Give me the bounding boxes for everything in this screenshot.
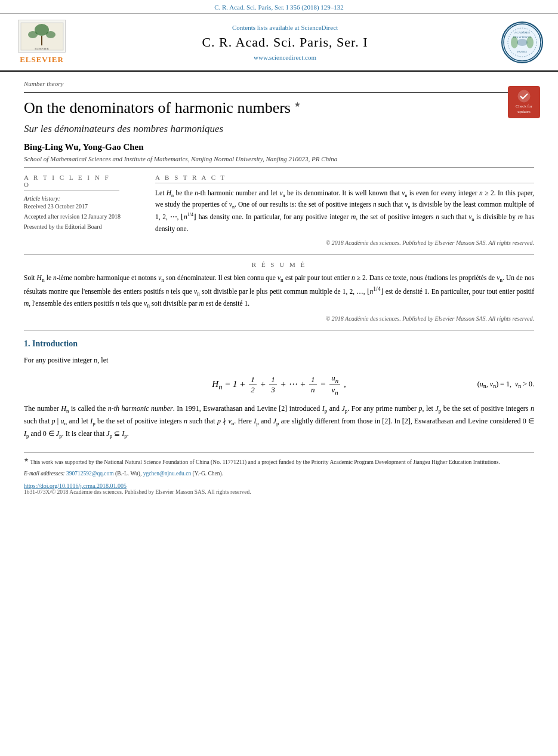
sciencedirect-link[interactable]: Contents lists available at ScienceDirec… xyxy=(78,24,492,31)
harmonic-formula: Hn = 1 + 1 2 + 1 3 + ⋯ + 1 n = un xyxy=(24,373,534,396)
resume-copyright: © 2018 Académie des sciences. Published … xyxy=(24,315,534,322)
check-for-updates-badge[interactable]: Check for updates xyxy=(508,86,540,118)
accepted-date: Accepted after revision 12 January 2018 xyxy=(24,213,143,220)
formula-expression: Hn = 1 + 1 2 + 1 3 + ⋯ + 1 n = un xyxy=(212,373,346,396)
elsevier-logo-image: ELSEVIER xyxy=(18,20,66,53)
svg-text:ACADÉMIE: ACADÉMIE xyxy=(514,31,530,34)
fraction-un-vn: un vn xyxy=(329,373,340,396)
journal-url[interactable]: www.sciencedirect.com xyxy=(78,54,492,61)
introduction-section: 1. Introduction For any positive integer… xyxy=(24,339,534,441)
svg-point-14 xyxy=(518,90,530,102)
abstract-header: A B S T R A C T xyxy=(155,174,534,183)
abstract-text: Let Hn be the n-th harmonic number and l… xyxy=(155,188,534,235)
received-date: Received 23 October 2017 xyxy=(24,203,143,210)
article-info-header: A R T I C L E I N F O xyxy=(24,174,119,190)
email1-link[interactable]: 390712592@qq.com xyxy=(66,471,114,477)
abstract-copyright: © 2018 Académie des sciences. Published … xyxy=(155,239,534,246)
presented-by: Presented by the Editorial Board xyxy=(24,223,143,230)
resume-header: R É S U M É xyxy=(24,261,534,268)
article-subtitle: Sur les dénominateurs des nombres harmon… xyxy=(24,123,534,135)
svg-point-12 xyxy=(517,39,528,46)
and-text: and xyxy=(261,417,271,425)
resume-section: R É S U M É Soit Hn le n-ième nombre har… xyxy=(24,254,534,322)
footnote-section: ★ This work was supported by the Nationa… xyxy=(24,452,534,495)
info-abstract-columns: A R T I C L E I N F O Article history: R… xyxy=(24,174,534,246)
citation-text: C. R. Acad. Sci. Paris, Ser. I 356 (2018… xyxy=(214,4,344,11)
svg-point-4 xyxy=(46,31,56,38)
elsevier-label: ELSEVIER xyxy=(20,55,64,64)
star-footnote-marker: ★ xyxy=(24,457,29,463)
journal-center-info: Contents lists available at ScienceDirec… xyxy=(78,24,492,61)
fraction-third: 1 3 xyxy=(269,375,277,394)
star-footnote-text: ★ This work was supported by the Nationa… xyxy=(24,456,534,466)
email2-link[interactable]: ygchen@njnu.edu.cn xyxy=(143,471,192,477)
doi-link[interactable]: https://doi.org/10.1016/j.crma.2018.01.0… xyxy=(24,483,534,489)
resume-text: Soit Hn le n-ième nombre harmonique et n… xyxy=(24,273,534,311)
abstract-column: A B S T R A C T Let Hn be the n-th harmo… xyxy=(155,174,534,246)
journal-title: C. R. Acad. Sci. Paris, Ser. I xyxy=(78,35,492,50)
check-badge-line2: updates xyxy=(517,109,530,115)
history-label: Article history: xyxy=(24,195,143,202)
issn-line: 1631-073X/© 2018 Académie des sciences. … xyxy=(24,489,534,495)
intro-para2: The number Hn is called the n-th harmoni… xyxy=(24,403,534,440)
authors: Bing-Ling Wu, Yong-Gao Chen xyxy=(24,142,534,152)
email-footnote: E-mail addresses: 390712592@qq.com (B.-L… xyxy=(24,469,534,478)
svg-point-3 xyxy=(28,31,38,38)
intro-para1: For any positive integer n, let xyxy=(24,355,534,366)
fraction-half: 1 2 xyxy=(249,375,257,394)
star-footnote-icon: ★ xyxy=(294,100,301,109)
svg-text:ELSEVIER: ELSEVIER xyxy=(35,47,49,50)
fraction-nth: 1 n xyxy=(309,375,317,394)
academy-circle-logo: ACADÉMIE DES SCIENCES FRANCE xyxy=(501,21,543,63)
article-content: Check for updates Number theory On the d… xyxy=(0,72,558,501)
intro-heading: 1. Introduction xyxy=(24,339,534,349)
article-info-column: A R T I C L E I N F O Article history: R… xyxy=(24,174,143,246)
article-title: On the denominators of harmonic numbers … xyxy=(24,98,534,118)
journal-header: ELSEVIER ELSEVIER Contents lists availab… xyxy=(0,14,558,72)
affiliation: School of Mathematical Sciences and Inst… xyxy=(24,155,534,162)
elsevier-logo-area: ELSEVIER ELSEVIER xyxy=(12,20,72,64)
article-section-label: Number theory xyxy=(24,80,534,87)
academy-logo: ACADÉMIE DES SCIENCES FRANCE xyxy=(498,21,546,63)
check-badge-line1: Check for xyxy=(516,104,532,109)
citation-bar: C. R. Acad. Sci. Paris, Ser. I 356 (2018… xyxy=(0,0,558,14)
formula-condition: (un, vn) = 1, vn > 0. xyxy=(477,380,534,389)
svg-text:FRANCE: FRANCE xyxy=(517,50,527,53)
